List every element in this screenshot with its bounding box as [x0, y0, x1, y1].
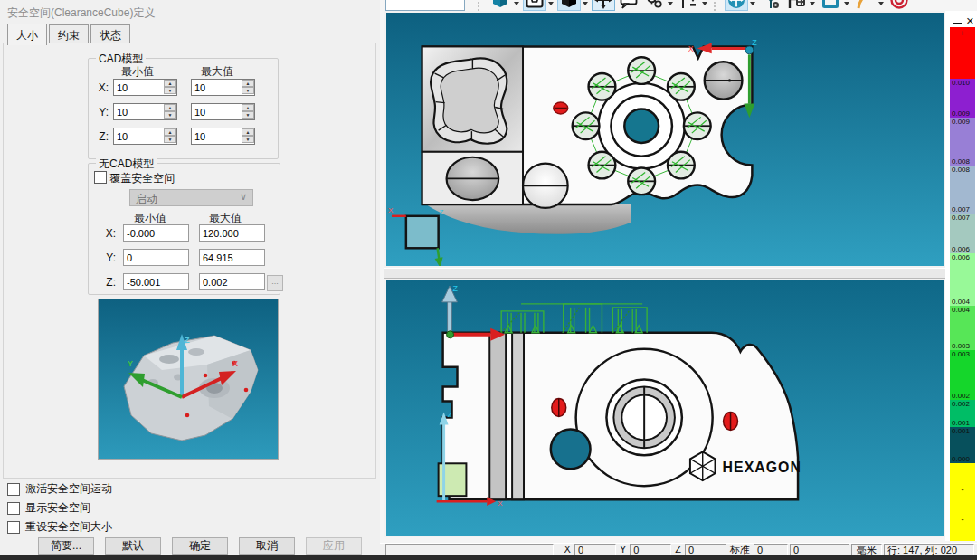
reset-clearance-size-option[interactable]: 重设安全空间大小 [7, 519, 112, 535]
default-button[interactable]: 默认 [105, 537, 161, 555]
checkbox-icon[interactable] [7, 483, 20, 496]
summary-button[interactable]: 简要... [38, 537, 94, 555]
scale-band-0008: 0.0080.007 [950, 166, 975, 214]
cad-elements-icon[interactable] [488, 0, 512, 11]
reset-clearance-size-label: 重设安全空间大小 [25, 519, 112, 535]
comment-icon[interactable] [617, 0, 640, 11]
viewport-splitter[interactable] [384, 268, 945, 279]
nocad-y-min-input[interactable] [123, 249, 189, 266]
view-preset-combo[interactable]: ∨ [385, 0, 465, 11]
dropdown-caret-icon[interactable] [702, 2, 707, 8]
chevron-down-icon: ∨ [455, 0, 461, 2]
target-icon[interactable] [887, 0, 911, 11]
svg-text:Z: Z [752, 39, 757, 48]
nocad-z-max-input[interactable] [199, 273, 265, 290]
status-extra-value: 0 [790, 544, 849, 556]
color-scale-bands: +0.0100.0090.0090.0080.0080.0070.0070.00… [950, 27, 975, 541]
svg-text:X: X [232, 359, 238, 368]
ok-button[interactable]: 确定 [172, 537, 228, 555]
nocad-z-min-input[interactable] [123, 273, 189, 290]
viewport-top[interactable]: X Z X Z [384, 11, 945, 268]
dropdown-caret-icon[interactable] [583, 2, 588, 8]
part-side-view[interactable]: HEXAGON [443, 333, 802, 499]
status-caret-position: 行: 147, 列: 020 [884, 544, 974, 556]
probe-changer-icon[interactable] [677, 0, 700, 11]
checkbox-icon[interactable] [7, 502, 20, 515]
pan-view-icon[interactable] [592, 0, 615, 11]
status-standard-label: 标准 [727, 544, 753, 556]
clearance-cube-dialog: 安全空间(ClearanceCube)定义 大小 约束 状态 CAD模型 最小值… [0, 0, 381, 555]
solid-view-icon[interactable] [557, 0, 581, 11]
graphics-pan-icon[interactable] [725, 0, 748, 11]
svg-text:Z: Z [448, 411, 452, 419]
nocad-x-min-input[interactable] [123, 224, 189, 242]
toolbar-separator [478, 0, 484, 11]
dialog-button-row: 简要... 默认 确定 取消 应用 [0, 537, 380, 555]
status-x-value: 0 [574, 544, 616, 556]
checkbox-icon[interactable] [7, 521, 20, 534]
curve-mode-icon[interactable] [853, 0, 877, 11]
cancel-button[interactable]: 取消 [239, 537, 295, 555]
dropdown-caret-icon[interactable] [878, 2, 884, 8]
dropdown-caret-icon[interactable] [514, 2, 519, 8]
show-clearance-cube-option[interactable]: 显示安全空间 [7, 500, 90, 516]
status-message-pane [385, 544, 554, 556]
minimize-icon[interactable] [953, 17, 962, 24]
status-x-label: X [562, 544, 574, 556]
checkbox-icon[interactable] [94, 171, 107, 184]
chevron-down-icon: ∨ [240, 191, 247, 203]
spinner-icon[interactable]: ▲▼ [164, 128, 176, 142]
no-cad-group: 无CAD模型 覆盖安全空间 启动 ∨ 最小值 最大值 X: Y: Z: ... [88, 163, 280, 295]
feature-locate-icon[interactable] [784, 0, 808, 11]
window-bottom-edge [0, 555, 977, 560]
browse-button[interactable]: ... [267, 275, 283, 291]
spinner-icon[interactable]: ▲▼ [164, 104, 176, 118]
cad-y-label: Y: [90, 106, 109, 119]
through-hole [551, 429, 591, 469]
status-units: 毫米 [851, 544, 882, 556]
spinner-icon[interactable]: ▲▼ [164, 80, 176, 93]
svg-text:Z: Z [453, 284, 459, 293]
cad-x-label: X: [90, 81, 109, 94]
nocad-y-max-input[interactable] [199, 249, 265, 266]
clearance-cube-preview: Z X Y [98, 299, 279, 460]
viewport-bottom[interactable]: HEXAGON Z [384, 279, 945, 537]
side-view-scene: HEXAGON Z [386, 280, 944, 536]
nocad-x-max-input[interactable] [199, 224, 265, 242]
spinner-icon[interactable]: ▲▼ [242, 104, 254, 118]
scale-band-0004: 0.0040.003 [950, 306, 975, 350]
dropdown-caret-icon[interactable] [844, 2, 849, 8]
svg-text:X: X [688, 44, 694, 53]
toolbar-separator [714, 0, 720, 11]
override-clearance-checkbox[interactable]: 覆盖安全空间 [94, 171, 175, 186]
dropdown-caret-icon[interactable] [548, 2, 554, 8]
dropdown-caret-icon[interactable] [750, 2, 755, 8]
path-options-icon[interactable] [759, 0, 783, 11]
view-setup-icon[interactable] [523, 0, 546, 11]
dialog-title: 安全空间(ClearanceCube)定义 [7, 5, 155, 21]
scale-band-0009: 0.0090.008 [950, 118, 975, 166]
mode-dropdown[interactable]: 启动 ∨ [129, 189, 253, 206]
activate-clearance-motion-label: 激活安全空间运动 [25, 481, 112, 497]
apply-button[interactable]: 应用 [306, 537, 362, 555]
dropdown-caret-icon[interactable] [810, 2, 815, 8]
kidney-pocket [431, 58, 507, 143]
status-standard-value: 0 [754, 544, 788, 556]
top-view-scene: X Z X Z [386, 13, 944, 266]
spinner-icon[interactable]: ▲▼ [242, 80, 254, 93]
spinner-icon[interactable]: ▲▼ [242, 128, 254, 142]
probe-utilities-icon[interactable] [642, 0, 666, 11]
status-z-value: 0 [685, 544, 726, 556]
part-top-view[interactable] [422, 46, 753, 207]
tab-size[interactable]: 大小 [7, 24, 47, 45]
status-y-label: Y [617, 544, 629, 556]
mode-dropdown-value: 启动 [136, 193, 157, 205]
svg-text:Z: Z [440, 208, 444, 216]
close-icon[interactable]: ✕ [966, 15, 974, 26]
dropdown-caret-icon[interactable] [668, 2, 673, 8]
scale-band-0010: 0.0100.009 [950, 79, 975, 118]
show-clearance-cube-label: 显示安全空间 [25, 500, 90, 516]
activate-clearance-motion-option[interactable]: 激活安全空间运动 [7, 481, 112, 497]
status-z-label: Z [672, 544, 684, 556]
loop-mode-icon[interactable] [819, 0, 842, 11]
